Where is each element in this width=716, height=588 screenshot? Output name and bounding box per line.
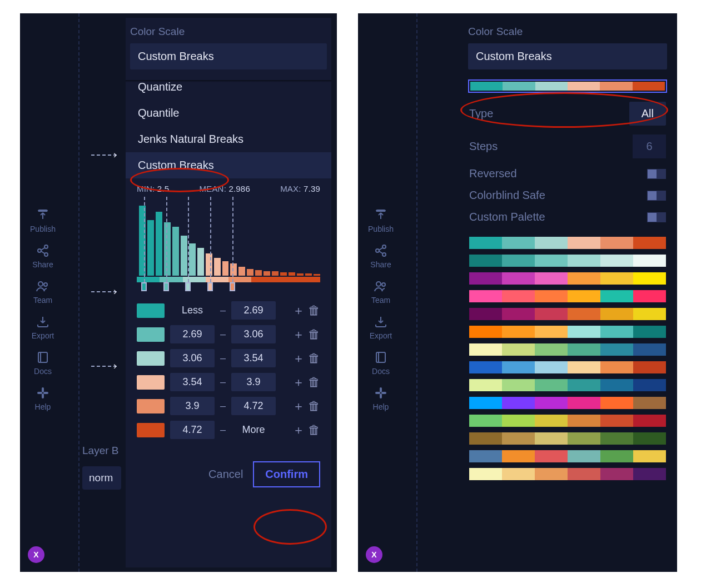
break-handle[interactable] — [207, 282, 213, 291]
break-line[interactable] — [166, 197, 167, 282]
toggle-switch[interactable] — [647, 191, 666, 201]
palette-option[interactable] — [469, 272, 666, 285]
chevron-right-icon: › — [113, 149, 117, 161]
break-handle[interactable] — [185, 282, 191, 291]
histogram-bar — [181, 236, 187, 276]
scale-option[interactable]: Quantize — [126, 74, 331, 100]
scale-option[interactable]: Custom Breaks — [126, 152, 331, 178]
break-from[interactable]: 4.72 — [170, 421, 215, 439]
palette-option[interactable] — [469, 379, 666, 391]
sidebar-item-label: Team — [33, 296, 52, 305]
palette-option[interactable] — [469, 255, 666, 267]
plus-icon[interactable]: ＋ — [292, 376, 305, 388]
break-swatch[interactable] — [137, 399, 165, 413]
sidebar-item-export[interactable]: Export — [32, 315, 54, 340]
sidebar-item-share[interactable]: Share — [370, 243, 391, 269]
sidebar-item-team[interactable]: Team — [371, 279, 390, 305]
break-from[interactable]: 2.69 — [170, 325, 215, 343]
trash-icon[interactable]: 🗑 — [308, 400, 320, 412]
palette-option[interactable] — [469, 415, 666, 427]
break-line[interactable] — [144, 197, 145, 282]
palette-option[interactable] — [469, 326, 666, 338]
scale-option[interactable]: Quantile — [126, 100, 331, 126]
histogram[interactable] — [137, 197, 320, 286]
break-from[interactable]: 3.06 — [170, 349, 215, 367]
close-x-badge[interactable]: X — [366, 546, 382, 563]
toggle-switch[interactable] — [647, 169, 666, 179]
break-to[interactable]: 3.06 — [231, 325, 276, 343]
sidebar-item-docs[interactable]: Docs — [34, 350, 52, 376]
palette-option[interactable] — [469, 308, 666, 320]
confirm-button[interactable]: Confirm — [253, 461, 320, 487]
norm-dropdown-peek[interactable]: norm — [82, 466, 121, 490]
break-swatch[interactable] — [137, 351, 165, 366]
close-x-badge[interactable]: X — [28, 546, 44, 563]
break-from[interactable]: 3.54 — [170, 373, 215, 391]
download-tray-icon — [36, 315, 50, 329]
toggle-switch[interactable] — [647, 212, 666, 222]
palette-option[interactable] — [469, 397, 666, 409]
break-to[interactable]: 4.72 — [231, 397, 276, 415]
svg-rect-6 — [42, 387, 44, 392]
trash-icon[interactable]: 🗑 — [308, 376, 320, 388]
palette-option[interactable] — [469, 361, 666, 373]
svg-rect-19 — [381, 392, 386, 394]
scale-type-dropdown[interactable]: Custom Breaks — [130, 43, 327, 69]
palette-option[interactable] — [469, 237, 666, 249]
annotation-ellipse — [253, 509, 327, 545]
scale-option[interactable]: Jenks Natural Breaks — [126, 126, 331, 152]
sidebar-item-help[interactable]: Help — [35, 386, 51, 411]
sidebar-item-publish[interactable]: Publish — [368, 208, 394, 233]
sidebar-item-export[interactable]: Export — [370, 315, 392, 340]
break-swatch[interactable] — [137, 375, 165, 390]
plus-icon[interactable]: ＋ — [292, 400, 305, 412]
break-from[interactable]: 3.9 — [170, 397, 215, 415]
break-handle[interactable] — [230, 282, 235, 291]
palette-option[interactable] — [469, 343, 666, 356]
trash-icon[interactable]: 🗑 — [308, 352, 320, 365]
trash-icon[interactable]: 🗑 — [308, 328, 320, 341]
sidebar-item-publish[interactable]: Publish — [30, 208, 56, 233]
palette-option[interactable] — [469, 290, 666, 302]
break-swatch[interactable] — [137, 327, 165, 342]
break-line[interactable] — [210, 197, 211, 282]
sidebar-item-help[interactable]: Help — [373, 386, 389, 411]
break-to[interactable]: 3.54 — [231, 349, 276, 367]
palette-option[interactable] — [469, 468, 666, 480]
break-row: 3.9 – 4.72 ＋ 🗑 — [137, 397, 320, 415]
steps-value[interactable]: 6 — [633, 134, 666, 158]
gradient-segment — [183, 277, 206, 282]
break-swatch[interactable] — [137, 303, 165, 318]
type-select[interactable]: All — [629, 102, 666, 126]
break-to[interactable]: More — [231, 424, 276, 436]
histogram-bar — [280, 272, 287, 276]
break-handle[interactable] — [163, 282, 169, 291]
dash-icon: – — [220, 305, 226, 316]
palette-segment — [470, 82, 503, 91]
break-from[interactable]: Less — [170, 305, 215, 316]
sidebar-item-docs[interactable]: Docs — [372, 350, 390, 376]
plus-icon[interactable]: ＋ — [292, 328, 305, 341]
scale-type-dropdown[interactable]: Custom Breaks — [468, 43, 667, 69]
break-to[interactable]: 2.69 — [231, 301, 276, 320]
cancel-button[interactable]: Cancel — [204, 464, 247, 485]
break-line[interactable] — [188, 197, 189, 282]
trash-icon[interactable]: 🗑 — [308, 305, 320, 317]
trash-icon[interactable]: 🗑 — [308, 424, 320, 436]
break-swatch[interactable] — [137, 423, 165, 437]
sidebar-item-share[interactable]: Share — [32, 243, 53, 269]
break-row: 4.72 – More ＋ 🗑 — [137, 421, 320, 439]
plus-icon[interactable]: ＋ — [292, 305, 305, 317]
palette-option[interactable] — [469, 432, 666, 445]
break-to[interactable]: 3.9 — [231, 373, 276, 391]
palette-option[interactable] — [469, 450, 666, 462]
plus-icon[interactable]: ＋ — [292, 352, 305, 365]
current-palette-preview[interactable] — [468, 79, 667, 93]
svg-rect-9 — [43, 392, 48, 394]
break-handle[interactable] — [141, 282, 147, 291]
svg-point-4 — [44, 283, 47, 286]
break-line[interactable] — [232, 197, 233, 282]
plus-icon[interactable]: ＋ — [292, 424, 305, 436]
sidebar-item-team[interactable]: Team — [33, 279, 52, 305]
gradient-segment — [206, 277, 228, 282]
